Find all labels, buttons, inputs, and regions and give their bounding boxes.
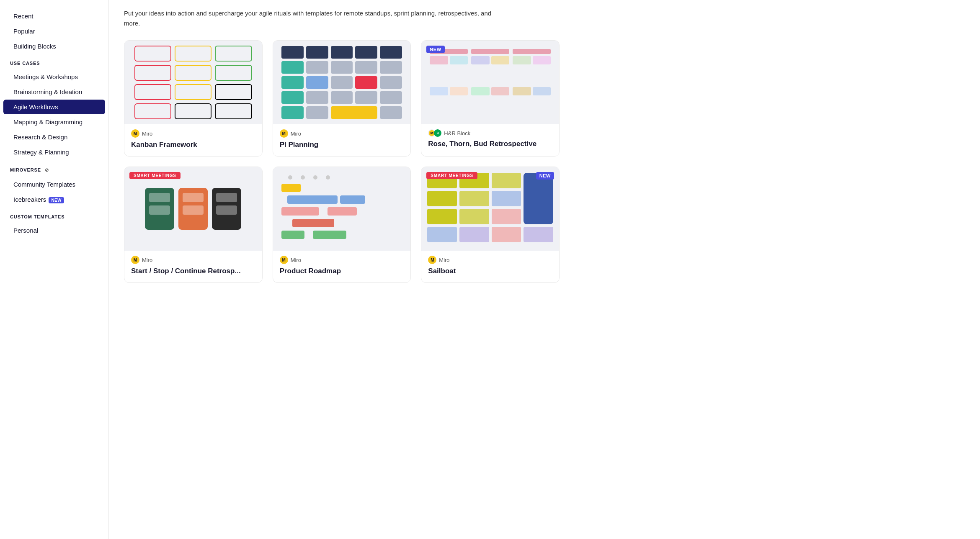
sidebar-item-strategy[interactable]: Strategy & Planning — [3, 145, 105, 159]
template-card-pi-planning[interactable]: M Miro PI Planning — [273, 40, 411, 157]
sidebar-item-mapping[interactable]: Mapping & Diagramming — [3, 115, 105, 129]
miro-logo: M — [131, 256, 139, 264]
template-card-start-stop-continue[interactable]: SMART MEETINGS M Miro Start / Stop / Con… — [124, 167, 263, 283]
sidebar-item-brainstorming[interactable]: Brainstorming & Ideation — [3, 85, 105, 99]
miro-logo: M — [280, 256, 288, 264]
miro-logo: M — [280, 129, 288, 138]
template-thumb-rose-thorn-bud: NEW — [421, 41, 559, 124]
template-card-sailboat[interactable]: SMART MEETINGSNEW M Miro Sailboat — [421, 167, 560, 283]
miroverse-section-label: MIROVERSE ⊘ — [0, 160, 108, 177]
custom-section-label: CUSTOM TEMPLATES — [0, 208, 108, 223]
template-thumb-kanban — [124, 41, 262, 124]
template-title: Sailboat — [428, 267, 552, 276]
new-badge: NEW — [49, 197, 64, 203]
smart-meetings-badge: SMART MEETINGS — [129, 172, 181, 179]
sidebar-item-recent[interactable]: Recent — [3, 9, 105, 23]
template-title: Rose, Thorn, Bud Retrospective — [428, 139, 552, 149]
sidebar-item-popular[interactable]: Popular — [3, 24, 105, 38]
new-badge: NEW — [536, 172, 554, 180]
smart-meetings-badge: SMART MEETINGS — [426, 172, 477, 179]
template-info-sailboat: M Miro Sailboat — [421, 251, 559, 282]
template-card-product-roadmap[interactable]: M Miro Product Roadmap — [273, 167, 411, 283]
use-cases-section-label: USE CASES — [0, 54, 108, 69]
author-name: Miro — [291, 131, 301, 137]
miro-logo: M — [131, 129, 139, 138]
author-name: H&R Block — [444, 130, 470, 136]
template-info-product-roadmap: M Miro Product Roadmap — [273, 251, 411, 282]
template-author: M Miro — [131, 129, 255, 138]
template-grid: M Miro Kanban Framework M Miro PI Planni… — [124, 40, 560, 283]
template-title: PI Planning — [280, 140, 404, 149]
template-thumb-start-stop-continue: SMART MEETINGS — [124, 167, 262, 251]
template-thumb-product-roadmap — [273, 167, 411, 251]
template-card-kanban[interactable]: M Miro Kanban Framework — [124, 40, 263, 157]
template-title: Start / Stop / Continue Retrosp... — [131, 267, 255, 276]
sidebar-item-personal[interactable]: Personal — [3, 223, 105, 238]
new-badge: NEW — [426, 46, 444, 53]
template-thumb-pi-planning — [273, 41, 411, 124]
miro-logo: M — [428, 256, 436, 264]
template-info-kanban: M Miro Kanban Framework — [124, 124, 262, 156]
template-author: M Miro — [280, 256, 404, 264]
template-author: M H H&R Block — [428, 129, 552, 137]
page-description: Put your ideas into action and superchar… — [124, 8, 501, 28]
template-author: M Miro — [428, 256, 552, 264]
sidebar-item-community[interactable]: Community Templates — [3, 177, 105, 192]
sidebar-item-icebreakers[interactable]: IcebreakersNEW — [3, 192, 105, 207]
author-name: Miro — [142, 257, 152, 263]
template-info-start-stop-continue: M Miro Start / Stop / Continue Retrosp..… — [124, 251, 262, 282]
template-card-rose-thorn-bud[interactable]: NEW M H H&R Block Rose, Thorn, Bud Retro… — [421, 40, 560, 157]
author-name: Miro — [439, 257, 449, 263]
template-info-pi-planning: M Miro PI Planning — [273, 124, 411, 156]
author-name: Miro — [291, 257, 301, 263]
sidebar: RecentPopularBuilding Blocks USE CASES M… — [0, 0, 109, 539]
template-thumb-sailboat: SMART MEETINGSNEW — [421, 167, 559, 251]
sidebar-item-agile[interactable]: Agile Workflows — [3, 100, 105, 114]
compass-icon: ⊘ — [44, 167, 50, 173]
sidebar-item-building-blocks[interactable]: Building Blocks — [3, 39, 105, 54]
template-info-rose-thorn-bud: M H H&R Block Rose, Thorn, Bud Retrospec… — [421, 124, 559, 155]
sidebar-item-meetings[interactable]: Meetings & Workshops — [3, 69, 105, 84]
template-title: Product Roadmap — [280, 267, 404, 276]
author-name: Miro — [142, 131, 152, 137]
template-author: M Miro — [131, 256, 255, 264]
main-content: Put your ideas into action and superchar… — [109, 0, 980, 539]
sidebar-item-research[interactable]: Research & Design — [3, 130, 105, 144]
template-author: M Miro — [280, 129, 404, 138]
template-title: Kanban Framework — [131, 140, 255, 149]
hr-logo: H — [434, 129, 441, 137]
